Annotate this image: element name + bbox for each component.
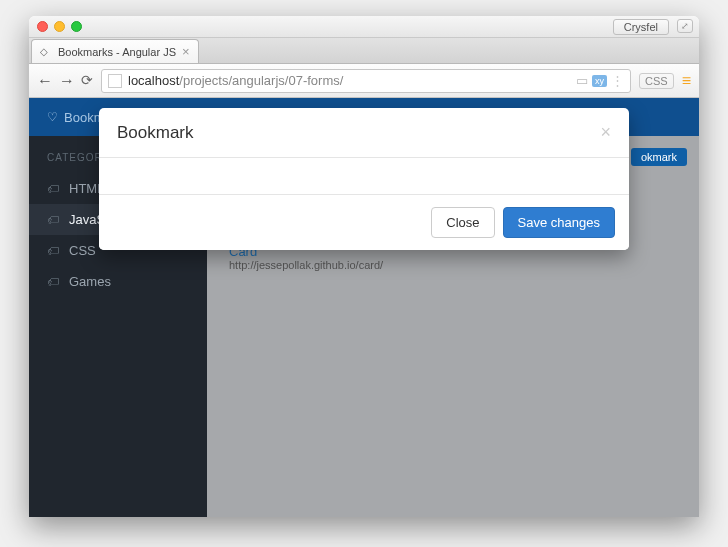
modal-overlay: Bookmark × Close Save changes <box>29 98 699 517</box>
url-path: /projects/angularjs/07-forms/ <box>179 73 343 88</box>
close-icon[interactable]: × <box>600 122 611 143</box>
forward-button[interactable]: → <box>59 72 75 90</box>
titlebar: Crysfel ⤢ <box>29 16 699 38</box>
expand-icon[interactable]: ⤢ <box>677 19 693 33</box>
back-button[interactable]: ← <box>37 72 53 90</box>
browser-window: Crysfel ⤢ ◇ Bookmarks - Angular JS × ← →… <box>29 16 699 517</box>
window-close-icon[interactable] <box>37 21 48 32</box>
window-zoom-icon[interactable] <box>71 21 82 32</box>
tabbar: ◇ Bookmarks - Angular JS × <box>29 38 699 64</box>
tab-favicon-icon: ◇ <box>40 46 52 58</box>
window-minimize-icon[interactable] <box>54 21 65 32</box>
tab-close-icon[interactable]: × <box>182 44 190 59</box>
page-icon <box>108 74 122 88</box>
modal-header: Bookmark × <box>99 108 629 158</box>
url-right-icons: ▭ xy ⋮ <box>576 73 624 88</box>
traffic-lights <box>37 21 82 32</box>
tab-title: Bookmarks - Angular JS <box>58 46 176 58</box>
nav-buttons: ← → ⟳ <box>37 72 93 90</box>
css-extension-button[interactable]: CSS <box>639 73 674 89</box>
xy-badge[interactable]: xy <box>592 75 607 87</box>
browser-tab[interactable]: ◇ Bookmarks - Angular JS × <box>31 39 199 63</box>
toolbar: ← → ⟳ localhost/projects/angularjs/07-fo… <box>29 64 699 98</box>
reload-button[interactable]: ⟳ <box>81 72 93 90</box>
bookmark-modal: Bookmark × Close Save changes <box>99 108 629 250</box>
menu-icon[interactable]: ≡ <box>682 72 691 90</box>
close-button[interactable]: Close <box>431 207 494 238</box>
modal-body <box>99 158 629 194</box>
address-bar[interactable]: localhost/projects/angularjs/07-forms/ ▭… <box>101 69 631 93</box>
modal-title: Bookmark <box>117 123 194 143</box>
save-changes-button[interactable]: Save changes <box>503 207 615 238</box>
translate-icon[interactable]: ▭ <box>576 73 588 88</box>
url-host: localhost <box>128 73 179 88</box>
separator: ⋮ <box>611 73 624 88</box>
modal-footer: Close Save changes <box>99 194 629 250</box>
profile-button[interactable]: Crysfel <box>613 19 669 35</box>
